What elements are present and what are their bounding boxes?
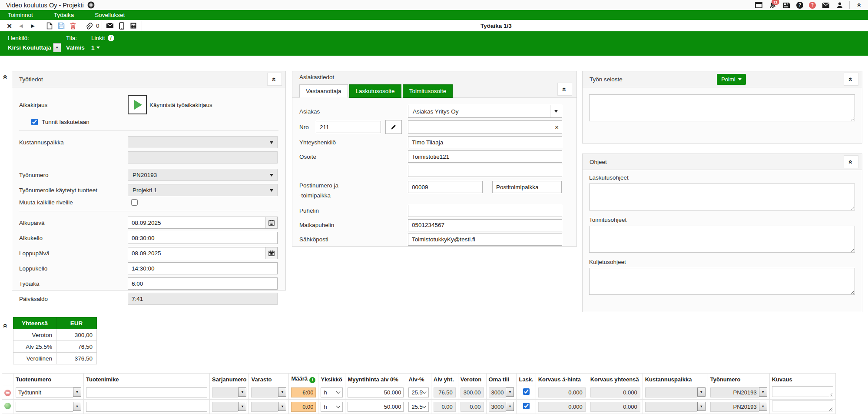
calendar-button[interactable] (265, 217, 278, 229)
dropdown-button[interactable] (697, 402, 706, 411)
tunnit-laskutetaan-checkbox[interactable] (31, 119, 38, 125)
collapse-panel-button[interactable] (844, 73, 858, 86)
toimitusohjeet-textarea[interactable] (589, 226, 855, 253)
attachment-icon[interactable] (83, 21, 95, 30)
collapse-panel-button[interactable] (557, 83, 572, 96)
col-tyonumero: Työnumero (708, 374, 769, 385)
maara-input[interactable] (291, 402, 316, 412)
next-record-icon[interactable] (27, 21, 39, 30)
window-icon[interactable] (755, 1, 763, 9)
tab-laskutusosoite[interactable]: Laskutusosoite (349, 84, 401, 98)
tuotteet-select[interactable]: Projekti 1 (128, 184, 278, 196)
collapse-panel-button[interactable] (844, 155, 858, 168)
maara-input[interactable] (291, 387, 316, 397)
add-row-button[interactable] (4, 403, 11, 409)
customer-search-input[interactable] (408, 120, 562, 134)
new-document-icon[interactable] (43, 21, 55, 30)
tyonumero-select[interactable]: PN20193 (128, 169, 278, 181)
tuotenumero-input[interactable] (16, 402, 73, 412)
menu-sovellukset[interactable]: Sovellukset (95, 12, 125, 18)
email-icon[interactable] (822, 1, 830, 9)
kustannuspaikka-select[interactable] (128, 136, 278, 148)
help-icon[interactable] (796, 2, 803, 9)
collapse-totals-section-button[interactable] (2, 324, 10, 328)
dropdown-button[interactable] (73, 387, 81, 397)
dropdown-button[interactable] (506, 402, 514, 411)
tuotenumero-input[interactable] (16, 387, 73, 397)
maara-info-icon[interactable] (309, 377, 315, 383)
poimi-button[interactable]: Poimi (717, 74, 746, 85)
dropdown-button[interactable] (506, 387, 514, 397)
tab-vastaanottaja[interactable]: Vastaanottaja (299, 84, 348, 98)
tyoaika-input[interactable] (128, 277, 278, 290)
save-icon[interactable] (55, 21, 67, 30)
kuvaus-textarea[interactable] (772, 386, 833, 397)
tuotenimike-input[interactable] (86, 402, 207, 412)
menu-tyoaika[interactable]: Työaika (54, 12, 74, 18)
delete-icon[interactable] (67, 21, 79, 30)
dropdown-button[interactable] (697, 387, 706, 397)
dropdown-button[interactable] (278, 402, 286, 411)
yksikko-select[interactable]: h (321, 402, 343, 412)
kuvaus-textarea[interactable] (772, 401, 833, 411)
yhteyshenkilo-label: Yhteyshenkilö (299, 139, 408, 146)
loppupaiva-input[interactable] (128, 247, 265, 259)
collapse-top-section-button[interactable] (2, 75, 10, 79)
tyon-seloste-textarea[interactable] (589, 94, 855, 121)
user-icon[interactable] (835, 1, 844, 9)
menu-toiminnot[interactable]: Toiminnot (8, 12, 33, 18)
dropdown-button[interactable] (238, 387, 246, 397)
support-icon[interactable] (809, 2, 816, 9)
tab-toimitusosoite[interactable]: Toimitusosoite (403, 84, 453, 98)
collapse-panel-button[interactable] (267, 73, 282, 86)
dropdown-button[interactable] (278, 387, 286, 397)
alv-select[interactable]: 25.5 (408, 387, 428, 397)
sahkoposti-input[interactable] (408, 234, 562, 246)
help-wheel-icon[interactable] (87, 1, 95, 9)
osoite-input[interactable] (408, 150, 562, 163)
alkukello-input[interactable] (128, 232, 278, 244)
muuta-kaikille-checkbox[interactable] (131, 199, 138, 206)
dropdown-button[interactable] (759, 402, 767, 411)
osoite-input-2[interactable] (408, 165, 562, 177)
linkit-info-icon[interactable] (108, 35, 114, 41)
puhelin-input[interactable] (408, 205, 562, 217)
henkilo-dropdown-button[interactable] (53, 43, 61, 52)
previous-record-icon[interactable] (15, 21, 27, 30)
dropdown-button[interactable] (73, 402, 81, 411)
yksikko-select[interactable]: h (321, 387, 343, 397)
news-icon[interactable] (782, 1, 791, 9)
close-icon[interactable] (3, 21, 15, 30)
laskutusohjeet-textarea[interactable] (589, 184, 855, 210)
start-timer-button[interactable] (128, 95, 147, 114)
myyntihinta-input[interactable] (348, 387, 404, 397)
notifications-muted-icon[interactable]: 11 (769, 1, 777, 9)
dropdown-button[interactable] (759, 387, 767, 397)
matkapuhelin-input[interactable] (408, 219, 562, 231)
linkit-value[interactable]: 1 (91, 44, 95, 51)
remove-row-button[interactable] (4, 390, 11, 396)
postitoimipaikka-input[interactable] (492, 181, 562, 193)
postinumero-input[interactable] (408, 181, 483, 193)
collapse-topbar-icon[interactable] (855, 1, 864, 9)
chevron-down-icon (422, 404, 426, 408)
totals-header-currency: EUR (56, 317, 97, 329)
calendar-button[interactable] (265, 247, 278, 259)
lask-checkbox[interactable] (523, 403, 530, 409)
alkupaiva-input[interactable] (128, 217, 265, 229)
clear-icon[interactable] (555, 124, 559, 131)
edit-customer-button[interactable] (385, 120, 402, 134)
nro-input[interactable] (316, 121, 381, 133)
asiakas-select[interactable]: Asiakas Yritys Oy (408, 105, 562, 118)
tuotenimike-input[interactable] (86, 387, 207, 397)
dropdown-button[interactable] (238, 402, 246, 411)
lask-checkbox[interactable] (523, 388, 530, 395)
myyntihinta-input[interactable] (348, 402, 404, 412)
kuljetusohjeet-textarea[interactable] (589, 268, 855, 295)
calculator-icon[interactable] (128, 21, 139, 30)
email-send-icon[interactable] (104, 21, 116, 30)
yhteyshenkilo-input[interactable] (408, 136, 562, 148)
loppukello-input[interactable] (128, 262, 278, 274)
alv-select[interactable]: 25.5 (408, 402, 428, 412)
mobile-icon[interactable] (116, 21, 128, 30)
